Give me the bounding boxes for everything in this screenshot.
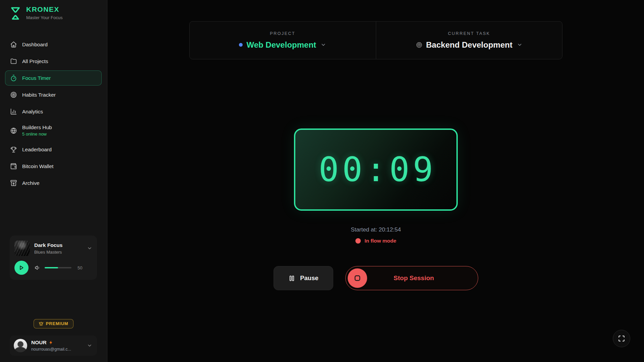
pause-icon <box>288 275 295 282</box>
album-art <box>14 241 30 256</box>
sidebar-item-dashboard[interactable]: Dashboard <box>5 37 102 52</box>
brand-tagline: Master Your Focus <box>26 15 62 20</box>
bar-chart-icon <box>10 108 17 115</box>
sidebar-item-label: Focus Timer <box>22 75 51 81</box>
play-button[interactable] <box>14 261 29 275</box>
sidebar-item-label: Leaderboard <box>22 147 52 153</box>
session-controls: Pause Stop Session <box>274 266 478 290</box>
chevron-down-icon <box>320 42 326 48</box>
stop-session-label: Stop Session <box>367 274 460 282</box>
pause-label: Pause <box>300 274 318 282</box>
brand: KRONEX Master Your Focus <box>5 5 102 22</box>
home-icon <box>10 41 17 48</box>
sidebar-item-analytics[interactable]: Analytics <box>5 104 102 119</box>
play-icon <box>18 265 24 271</box>
user-profile[interactable]: NOUR nourrouas@gmail.c... <box>10 335 97 356</box>
flow-mode-status: In flow mode <box>355 238 396 244</box>
task-label: CURRENT TASK <box>448 31 490 36</box>
premium-label: PREMIUM <box>46 321 68 326</box>
sidebar-item-habits-tracker[interactable]: Habits Tracker <box>5 87 102 102</box>
premium-badge[interactable]: PREMIUM <box>34 319 73 328</box>
profile-chevron-icon[interactable] <box>87 343 92 348</box>
user-name: NOUR <box>31 340 47 346</box>
sidebar-item-builders-hub[interactable]: Builders Hub 5 online now <box>5 121 102 140</box>
stopwatch-icon <box>10 74 17 82</box>
globe-icon <box>10 127 17 134</box>
volume-value: 50 <box>78 265 82 270</box>
sidebar-item-label: Analytics <box>22 109 43 115</box>
track-title: Dark Focus <box>34 242 83 248</box>
project-value: Web Development <box>246 40 316 50</box>
lightning-icon <box>49 340 53 345</box>
volume-fill <box>45 267 58 268</box>
target-icon <box>10 91 17 98</box>
session-context-bar: PROJECT Web Development CURRENT TASK Bac… <box>189 21 562 59</box>
stop-icon <box>348 268 367 288</box>
flow-status-label: In flow mode <box>364 238 396 244</box>
online-count-badge: 5 online now <box>22 132 52 137</box>
trophy-icon <box>10 146 17 153</box>
task-target-icon <box>416 42 423 48</box>
sidebar-item-bitcoin-wallet[interactable]: Bitcoin Wallet <box>5 159 102 174</box>
sidebar: KRONEX Master Your Focus Dashboard All P… <box>0 0 107 362</box>
project-color-dot <box>239 43 243 47</box>
sidebar-item-archive[interactable]: Archive <box>5 175 102 191</box>
sidebar-item-label: Dashboard <box>22 42 48 48</box>
fullscreen-button[interactable] <box>613 330 630 347</box>
chevron-down-icon <box>517 42 523 48</box>
fullscreen-icon <box>618 335 625 342</box>
sidebar-item-all-projects[interactable]: All Projects <box>5 54 102 69</box>
sidebar-item-label: Builders Hub <box>22 124 52 131</box>
timer-value: 00:09 <box>315 150 436 189</box>
main-content: PROJECT Web Development CURRENT TASK Bac… <box>108 0 644 362</box>
volume-slider[interactable] <box>45 267 71 268</box>
sidebar-item-leaderboard[interactable]: Leaderboard <box>5 142 102 157</box>
sidebar-item-label: Archive <box>22 180 40 186</box>
user-avatar <box>14 339 27 352</box>
timer-display: 00:09 <box>294 128 458 211</box>
music-player: Dark Focus Blues Masters 50 <box>10 236 97 280</box>
sidebar-item-label: Habits Tracker <box>22 92 56 98</box>
task-value: Backend Development <box>426 40 512 50</box>
brand-name: KRONEX <box>26 5 62 13</box>
folder-icon <box>10 58 17 65</box>
sidebar-item-focus-timer[interactable]: Focus Timer <box>5 70 102 86</box>
current-task-selector[interactable]: CURRENT TASK Backend Development <box>376 21 562 59</box>
sidebar-item-label: All Projects <box>22 58 48 64</box>
hourglass-logo-icon <box>9 6 22 22</box>
project-selector[interactable]: PROJECT Web Development <box>190 21 376 59</box>
sidebar-item-label: Bitcoin Wallet <box>22 163 53 169</box>
session-start-time: Started at: 20:12:54 <box>351 226 401 233</box>
sidebar-nav: Dashboard All Projects Focus Timer Habit… <box>5 37 102 192</box>
wallet-icon <box>10 163 17 170</box>
track-artist: Blues Masters <box>34 250 83 255</box>
volume-icon <box>35 265 41 271</box>
flow-status-dot <box>355 238 361 244</box>
archive-icon <box>10 179 17 187</box>
player-expand-chevron-icon[interactable] <box>87 246 92 251</box>
user-email: nourrouas@gmail.c... <box>31 347 83 352</box>
crown-icon <box>39 321 44 326</box>
stop-session-button[interactable]: Stop Session <box>345 266 478 290</box>
project-label: PROJECT <box>270 31 295 36</box>
pause-button[interactable]: Pause <box>274 266 333 290</box>
